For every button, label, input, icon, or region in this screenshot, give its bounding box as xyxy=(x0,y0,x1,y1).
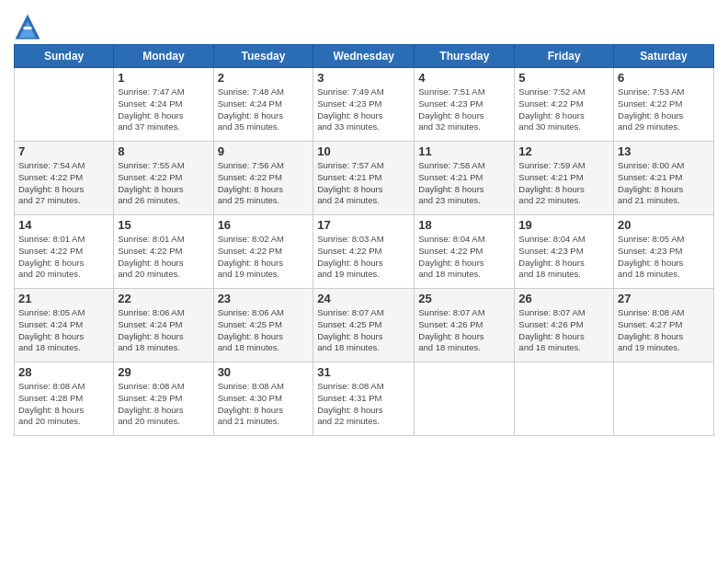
cell-info: Sunrise: 8:07 AMSunset: 4:26 PMDaylight:… xyxy=(518,307,609,354)
cell-info: Sunrise: 7:55 AMSunset: 4:22 PMDaylight:… xyxy=(118,160,209,207)
weekday-header-wednesday: Wednesday xyxy=(313,45,415,68)
cell-day-number: 12 xyxy=(518,144,609,158)
calendar-cell: 18Sunrise: 8:04 AMSunset: 4:22 PMDayligh… xyxy=(415,215,515,289)
calendar-cell: 25Sunrise: 8:07 AMSunset: 4:26 PMDayligh… xyxy=(415,289,515,362)
cell-day-number: 7 xyxy=(18,144,109,158)
calendar-cell: 16Sunrise: 8:02 AMSunset: 4:22 PMDayligh… xyxy=(213,215,313,289)
cell-info: Sunrise: 8:01 AMSunset: 4:22 PMDaylight:… xyxy=(18,234,109,281)
week-row-2: 7Sunrise: 7:54 AMSunset: 4:22 PMDaylight… xyxy=(15,142,714,215)
calendar-cell: 11Sunrise: 7:58 AMSunset: 4:21 PMDayligh… xyxy=(415,142,515,215)
cell-info: Sunrise: 8:04 AMSunset: 4:22 PMDaylight:… xyxy=(418,234,510,281)
cell-day-number: 26 xyxy=(518,292,609,305)
header xyxy=(14,9,714,40)
calendar-cell: 19Sunrise: 8:04 AMSunset: 4:23 PMDayligh… xyxy=(515,215,614,289)
calendar-cell: 23Sunrise: 8:06 AMSunset: 4:25 PMDayligh… xyxy=(213,289,313,362)
cell-info: Sunrise: 8:08 AMSunset: 4:30 PMDaylight:… xyxy=(218,381,310,428)
cell-day-number: 22 xyxy=(118,292,209,305)
calendar-cell: 1Sunrise: 7:47 AMSunset: 4:24 PMDaylight… xyxy=(114,68,213,142)
cell-day-number: 20 xyxy=(618,218,710,232)
calendar-cell: 14Sunrise: 8:01 AMSunset: 4:22 PMDayligh… xyxy=(15,215,114,289)
calendar-cell: 28Sunrise: 8:08 AMSunset: 4:28 PMDayligh… xyxy=(15,362,114,436)
cell-day-number: 19 xyxy=(518,218,609,232)
cell-info: Sunrise: 7:59 AMSunset: 4:21 PMDaylight:… xyxy=(518,160,609,207)
calendar-cell: 27Sunrise: 8:08 AMSunset: 4:27 PMDayligh… xyxy=(614,289,714,362)
calendar-cell: 20Sunrise: 8:05 AMSunset: 4:23 PMDayligh… xyxy=(614,215,714,289)
calendar: SundayMondayTuesdayWednesdayThursdayFrid… xyxy=(14,44,714,436)
logo xyxy=(14,13,45,40)
cell-info: Sunrise: 7:57 AMSunset: 4:21 PMDaylight:… xyxy=(317,160,410,207)
cell-day-number: 27 xyxy=(618,292,710,305)
cell-day-number: 11 xyxy=(418,144,510,158)
cell-info: Sunrise: 8:03 AMSunset: 4:22 PMDaylight:… xyxy=(317,234,410,281)
calendar-cell: 24Sunrise: 8:07 AMSunset: 4:25 PMDayligh… xyxy=(313,289,415,362)
calendar-cell: 6Sunrise: 7:53 AMSunset: 4:22 PMDaylight… xyxy=(614,68,714,142)
calendar-cell: 13Sunrise: 8:00 AMSunset: 4:21 PMDayligh… xyxy=(614,142,714,215)
calendar-cell xyxy=(515,362,614,436)
cell-info: Sunrise: 7:54 AMSunset: 4:22 PMDaylight:… xyxy=(18,160,109,207)
cell-day-number: 29 xyxy=(118,365,209,379)
week-row-5: 28Sunrise: 8:08 AMSunset: 4:28 PMDayligh… xyxy=(15,362,714,436)
calendar-cell: 31Sunrise: 8:08 AMSunset: 4:31 PMDayligh… xyxy=(313,362,415,436)
calendar-cell: 2Sunrise: 7:48 AMSunset: 4:24 PMDaylight… xyxy=(213,68,313,142)
cell-info: Sunrise: 8:05 AMSunset: 4:24 PMDaylight:… xyxy=(18,307,109,354)
calendar-cell: 5Sunrise: 7:52 AMSunset: 4:22 PMDaylight… xyxy=(515,68,614,142)
cell-day-number: 15 xyxy=(118,218,209,232)
cell-info: Sunrise: 8:08 AMSunset: 4:29 PMDaylight:… xyxy=(118,381,209,428)
cell-day-number: 18 xyxy=(418,218,510,232)
cell-day-number: 3 xyxy=(317,71,410,85)
cell-day-number: 10 xyxy=(317,144,410,158)
cell-info: Sunrise: 7:58 AMSunset: 4:21 PMDaylight:… xyxy=(418,160,510,207)
week-row-1: 1Sunrise: 7:47 AMSunset: 4:24 PMDaylight… xyxy=(15,68,714,142)
logo-icon xyxy=(14,13,41,40)
cell-day-number: 8 xyxy=(118,144,209,158)
cell-day-number: 28 xyxy=(18,365,109,379)
cell-day-number: 30 xyxy=(218,365,310,379)
calendar-cell: 12Sunrise: 7:59 AMSunset: 4:21 PMDayligh… xyxy=(515,142,614,215)
cell-info: Sunrise: 8:02 AMSunset: 4:22 PMDaylight:… xyxy=(218,234,310,281)
cell-day-number: 5 xyxy=(518,71,609,85)
cell-day-number: 2 xyxy=(218,71,310,85)
week-row-3: 14Sunrise: 8:01 AMSunset: 4:22 PMDayligh… xyxy=(15,215,714,289)
cell-day-number: 9 xyxy=(218,144,310,158)
calendar-cell: 26Sunrise: 8:07 AMSunset: 4:26 PMDayligh… xyxy=(515,289,614,362)
weekday-header-friday: Friday xyxy=(515,45,614,68)
calendar-cell: 8Sunrise: 7:55 AMSunset: 4:22 PMDaylight… xyxy=(114,142,213,215)
cell-info: Sunrise: 7:53 AMSunset: 4:22 PMDaylight:… xyxy=(618,86,710,133)
weekday-header-sunday: Sunday xyxy=(15,45,114,68)
cell-day-number: 13 xyxy=(618,144,710,158)
cell-day-number: 16 xyxy=(218,218,310,232)
week-row-4: 21Sunrise: 8:05 AMSunset: 4:24 PMDayligh… xyxy=(15,289,714,362)
calendar-cell xyxy=(15,68,114,142)
cell-day-number: 17 xyxy=(317,218,410,232)
cell-info: Sunrise: 7:47 AMSunset: 4:24 PMDaylight:… xyxy=(118,86,209,133)
cell-info: Sunrise: 8:04 AMSunset: 4:23 PMDaylight:… xyxy=(518,234,609,281)
weekday-header-saturday: Saturday xyxy=(614,45,714,68)
cell-info: Sunrise: 8:01 AMSunset: 4:22 PMDaylight:… xyxy=(118,234,209,281)
weekday-header-thursday: Thursday xyxy=(415,45,515,68)
calendar-cell: 3Sunrise: 7:49 AMSunset: 4:23 PMDaylight… xyxy=(313,68,415,142)
cell-info: Sunrise: 8:05 AMSunset: 4:23 PMDaylight:… xyxy=(618,234,710,281)
cell-day-number: 21 xyxy=(18,292,109,305)
cell-info: Sunrise: 7:49 AMSunset: 4:23 PMDaylight:… xyxy=(317,86,410,133)
cell-day-number: 1 xyxy=(118,71,209,85)
cell-info: Sunrise: 8:08 AMSunset: 4:31 PMDaylight:… xyxy=(317,381,410,428)
cell-day-number: 25 xyxy=(418,292,510,305)
cell-info: Sunrise: 7:48 AMSunset: 4:24 PMDaylight:… xyxy=(218,86,310,133)
cell-info: Sunrise: 8:00 AMSunset: 4:21 PMDaylight:… xyxy=(618,160,710,207)
calendar-cell: 10Sunrise: 7:57 AMSunset: 4:21 PMDayligh… xyxy=(313,142,415,215)
cell-day-number: 23 xyxy=(218,292,310,305)
cell-day-number: 24 xyxy=(317,292,410,305)
calendar-cell: 9Sunrise: 7:56 AMSunset: 4:22 PMDaylight… xyxy=(213,142,313,215)
cell-info: Sunrise: 8:07 AMSunset: 4:26 PMDaylight:… xyxy=(418,307,510,354)
cell-day-number: 14 xyxy=(18,218,109,232)
cell-info: Sunrise: 8:07 AMSunset: 4:25 PMDaylight:… xyxy=(317,307,410,354)
calendar-cell: 21Sunrise: 8:05 AMSunset: 4:24 PMDayligh… xyxy=(15,289,114,362)
weekday-header-row: SundayMondayTuesdayWednesdayThursdayFrid… xyxy=(15,45,714,68)
calendar-cell: 30Sunrise: 8:08 AMSunset: 4:30 PMDayligh… xyxy=(213,362,313,436)
cell-day-number: 31 xyxy=(317,365,410,379)
page-container: SundayMondayTuesdayWednesdayThursdayFrid… xyxy=(0,0,728,445)
cell-info: Sunrise: 8:08 AMSunset: 4:28 PMDaylight:… xyxy=(18,381,109,428)
cell-day-number: 4 xyxy=(418,71,510,85)
cell-info: Sunrise: 7:56 AMSunset: 4:22 PMDaylight:… xyxy=(218,160,310,207)
weekday-header-monday: Monday xyxy=(114,45,213,68)
